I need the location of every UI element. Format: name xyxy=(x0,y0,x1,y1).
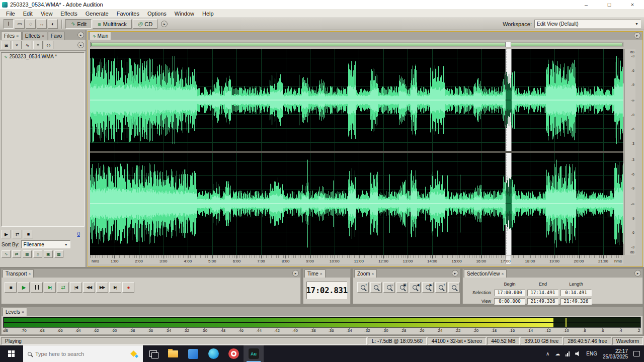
go-to-beginning-button[interactable]: |◀ xyxy=(70,282,82,293)
hybrid-tool-button[interactable]: I xyxy=(4,19,14,29)
menu-edit[interactable]: Edit xyxy=(19,10,37,17)
selection-begin-value[interactable]: 17:00.000 xyxy=(494,290,525,296)
show-loop-toggle[interactable]: ⇄ xyxy=(12,250,21,258)
taskbar-photos[interactable] xyxy=(183,345,203,362)
taskbar-clock[interactable]: 22:17 25/03/2025 xyxy=(603,348,628,359)
main-panel-menu-button[interactable]: ▸ xyxy=(634,32,640,39)
waveform-display[interactable] xyxy=(90,49,623,255)
zoom-full-button[interactable]: ▭ xyxy=(383,282,395,293)
close-file-button[interactable]: × xyxy=(12,41,22,49)
menu-file[interactable]: File xyxy=(2,10,19,17)
maximize-button[interactable]: □ xyxy=(598,0,621,9)
task-view-button[interactable] xyxy=(143,345,163,362)
multitrack-view-button[interactable]: ≡ Multitrack xyxy=(93,19,132,29)
selection-length-value[interactable]: 0:14.491 xyxy=(560,290,592,296)
horizontal-range-bar[interactable] xyxy=(90,42,623,47)
zoom-in-button[interactable]: + xyxy=(357,282,369,293)
file-list[interactable]: ∿ 250323_0534.WMA * xyxy=(1,52,85,227)
timeline-ruler[interactable]: hms hms 1:002:003:004:005:006:007:008:00… xyxy=(90,255,623,264)
tab-zoom[interactable]: Zoom × xyxy=(354,269,377,278)
close-icon[interactable]: × xyxy=(22,310,24,314)
speaker-icon[interactable] xyxy=(575,351,581,356)
menu-window[interactable]: Window xyxy=(171,10,198,17)
files-toolbar-menu-button[interactable]: ▸ xyxy=(77,42,84,48)
fast-forward-button[interactable]: ▶▶ xyxy=(96,282,108,293)
view-length-value[interactable]: 21:49.326 xyxy=(560,298,592,305)
time-display[interactable]: 17:02.831 xyxy=(306,282,347,299)
show-paths-toggle[interactable]: ▩ xyxy=(54,250,63,258)
transport-menu-button[interactable]: ▸ xyxy=(292,270,299,277)
time-selection-tool-button[interactable]: ▭ xyxy=(15,19,25,29)
show-audio-toggle[interactable]: ∿ xyxy=(2,250,11,258)
level-meter[interactable] xyxy=(3,317,641,328)
zoom-right-edge-button[interactable]: ▶ xyxy=(422,282,434,293)
amplitude-ruler[interactable]: dBdB-3-6-9-∞-9-6-3-3-6-9-∞-9-6-3 xyxy=(624,49,635,255)
stop-button[interactable]: ■ xyxy=(5,282,17,293)
loop-count-link[interactable]: 0 xyxy=(77,231,80,237)
close-icon[interactable]: × xyxy=(28,272,31,276)
taskbar-search[interactable] xyxy=(23,345,143,362)
menu-favorites[interactable]: Favorites xyxy=(113,10,143,17)
edit-view-button[interactable]: ∿ Edit xyxy=(65,19,92,29)
close-button[interactable]: × xyxy=(621,0,644,9)
cd-view-button[interactable]: ◎ CD xyxy=(133,19,158,29)
search-input[interactable] xyxy=(35,351,111,357)
insert-into-multitrack-button[interactable]: ≡ xyxy=(33,41,43,49)
menu-generate[interactable]: Generate xyxy=(82,10,113,17)
file-stop-button[interactable]: ■ xyxy=(24,230,33,238)
range-bar-fill[interactable] xyxy=(91,43,622,46)
close-icon[interactable]: × xyxy=(42,34,44,38)
scrub-tool-button[interactable]: ◐ xyxy=(48,19,58,29)
language-indicator[interactable]: ENG xyxy=(586,351,597,356)
marquee-selection-tool-button[interactable]: ◌ xyxy=(26,19,36,29)
onedrive-cloud-icon[interactable]: ☁ xyxy=(555,351,560,356)
move-tool-button[interactable]: ↔ xyxy=(37,19,47,29)
menu-view[interactable]: View xyxy=(37,10,57,17)
show-midi-toggle[interactable]: ♫ xyxy=(33,250,42,258)
workspace-select[interactable]: Edit View (Default) ▼ xyxy=(534,20,641,28)
play-looped-button[interactable]: ⇄ xyxy=(57,282,69,293)
tab-levels[interactable]: Levels × xyxy=(3,308,27,316)
taskbar-file-explorer[interactable] xyxy=(163,345,183,362)
files-panel-menu-button[interactable]: ▸ xyxy=(77,32,84,38)
pause-button[interactable] xyxy=(31,282,43,293)
tab-selection-view[interactable]: Selection/View × xyxy=(464,269,507,278)
import-file-button[interactable]: ⊞ xyxy=(2,41,11,49)
edit-file-button[interactable]: ∿ xyxy=(23,41,32,49)
zoom-menu-button[interactable]: ▸ xyxy=(452,270,458,277)
zoom-to-selection-button[interactable]: ▣ xyxy=(396,282,408,293)
close-icon[interactable]: × xyxy=(501,272,504,276)
tab-files[interactable]: Files× xyxy=(1,32,22,40)
zoom-left-edge-button[interactable]: ◀ xyxy=(410,282,421,293)
record-button[interactable]: ● xyxy=(122,282,134,293)
view-begin-value[interactable]: 0:00.000 xyxy=(494,298,525,305)
minimize-button[interactable]: – xyxy=(575,0,598,9)
taskbar-audition-active[interactable]: Au xyxy=(244,345,264,362)
file-loop-button[interactable]: ⇄ xyxy=(13,230,22,238)
play-button[interactable]: ▶ xyxy=(18,282,30,293)
sort-by-select[interactable]: Filename ▼ xyxy=(21,240,70,248)
tray-expand-button[interactable]: ∧ xyxy=(546,351,549,356)
network-icon[interactable] xyxy=(566,351,570,356)
rewind-button[interactable]: ◀◀ xyxy=(83,282,95,293)
play-from-cursor-button[interactable]: ▶| xyxy=(44,282,56,293)
insert-into-cd-button[interactable]: ◎ xyxy=(44,41,53,49)
tab-favo[interactable]: Favo xyxy=(48,32,65,40)
menu-effects[interactable]: Effects xyxy=(56,10,81,17)
tab-main[interactable]: ∿ Main xyxy=(89,32,111,40)
zoom-out-button[interactable]: − xyxy=(370,282,382,293)
start-button[interactable] xyxy=(0,345,23,362)
show-video-toggle[interactable]: ▦ xyxy=(23,250,32,258)
zoom-out-vertical-button[interactable]: − xyxy=(448,282,460,293)
go-to-end-button[interactable]: ▶| xyxy=(109,282,121,293)
tab-transport[interactable]: Transport × xyxy=(3,269,34,278)
close-icon[interactable]: × xyxy=(16,34,19,38)
toolbar-menu-button[interactable]: ▸ xyxy=(161,21,168,27)
show-markers-toggle[interactable]: ▣ xyxy=(44,250,53,258)
selection-view-menu-button[interactable]: ▸ xyxy=(634,270,641,277)
view-end-value[interactable]: 21:49.326 xyxy=(527,298,558,305)
action-center-icon[interactable] xyxy=(633,351,640,356)
file-play-button[interactable]: ▶ xyxy=(2,230,11,238)
tab-effects[interactable]: Effects× xyxy=(22,32,47,40)
taskbar-edge[interactable] xyxy=(203,345,223,362)
